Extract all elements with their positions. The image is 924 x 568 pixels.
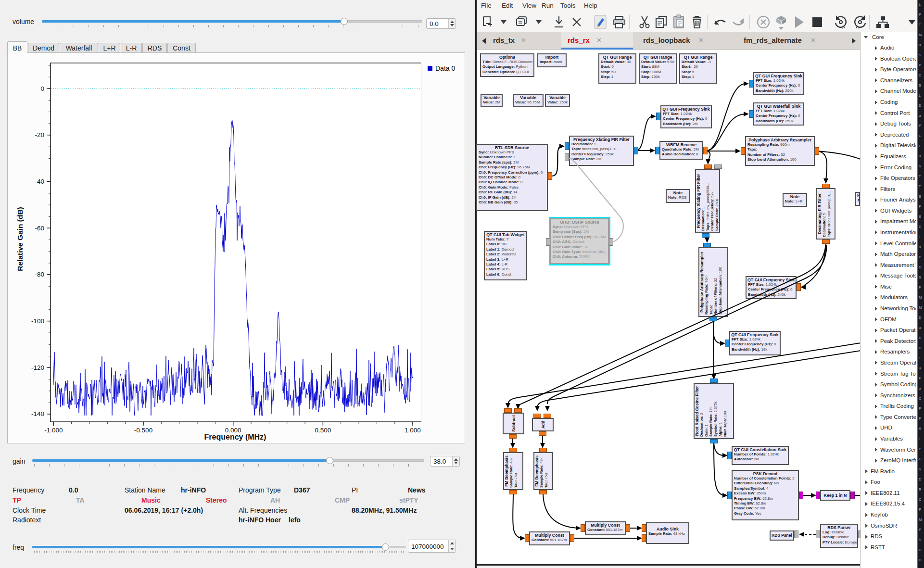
svg-text:-20: -20	[35, 131, 44, 139]
svg-text:Frequency (MHz): Frequency (MHz)	[204, 433, 266, 441]
svg-text:Data 0: Data 0	[435, 64, 455, 72]
svg-text:Relative Gain (dB): Relative Gain (dB)	[16, 207, 24, 271]
svg-text:-120: -120	[31, 364, 44, 371]
svg-text:-40: -40	[35, 178, 44, 185]
svg-text:-100: -100	[31, 317, 44, 325]
svg-text:-0.500: -0.500	[134, 427, 152, 434]
svg-text:-60: -60	[35, 225, 44, 232]
svg-text:1.000: 1.000	[405, 427, 421, 434]
svg-text:-1.000: -1.000	[44, 427, 63, 434]
svg-text:-80: -80	[35, 271, 44, 278]
svg-text:-140: -140	[31, 410, 44, 417]
svg-text:0.500: 0.500	[315, 427, 331, 434]
svg-text:0: 0	[40, 85, 44, 92]
